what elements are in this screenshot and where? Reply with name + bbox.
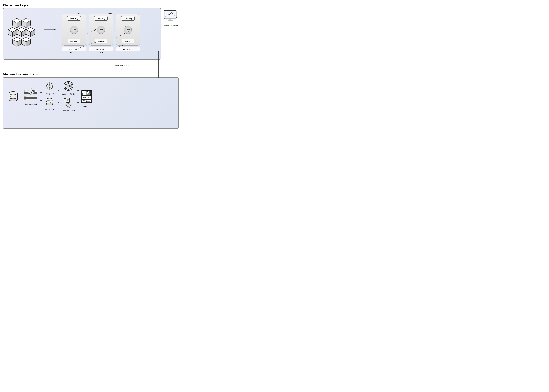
private-key-1: Private Key [62,47,86,51]
svg-point-99 [67,85,70,87]
svg-rect-67 [26,98,26,98]
data-balancing-item: Data Balancing [24,88,37,105]
data-balancing-label: Data Balancing [25,103,37,105]
svg-text:$: $ [49,100,50,101]
sign-label-2: Sign [100,52,103,53]
block-card-2: Public Key ↓ Hash ↓ Signature [89,14,113,46]
svg-rect-66 [26,96,26,97]
svg-point-35 [9,98,17,101]
transaction-down-arrow: ↓ [120,67,122,71]
transaction-pattern-label: Transaction pattern [114,64,129,67]
svg-line-122 [65,105,68,106]
deployed-model-label: Deployed Model [62,93,75,95]
hash-circle-3: Hash [124,26,132,34]
arrow-learning-to-train: → [76,99,79,104]
svg-rect-63 [24,96,25,97]
svg-rect-68 [26,99,26,100]
svg-rect-43 [24,93,25,93]
train-model-label: Train Model [82,105,91,107]
signature-2: Signature [95,39,107,43]
signature-1: Signature [68,39,80,43]
svg-text:✦: ✦ [49,86,50,87]
svg-rect-52 [30,89,31,90]
svg-rect-54 [28,91,29,92]
svg-text:$: $ [49,102,50,104]
hash-circle-2: Hash [97,26,105,34]
arrow-to-training: → [39,99,42,102]
arrow-down-2: ↓ [73,35,75,38]
private-keys-row: Private Key Private Key Private Key [62,47,140,51]
svg-rect-129 [84,92,84,95]
train-model-icon [80,90,93,104]
svg-point-135 [83,100,84,101]
svg-rect-29 [168,20,173,21]
model-items: Deployed Model [62,81,75,112]
learning-model-item: Learning Model [62,98,75,112]
blockchain-icon [6,15,40,52]
main-wrapper: Blockchain Layer [3,3,178,129]
arrow-training-to-learning: → [57,99,60,104]
ml-layer: Dataset Dataset → [3,77,178,129]
testing-data-icon: ✦ [44,82,55,91]
svg-rect-55 [33,91,33,92]
svg-rect-71 [49,83,50,84]
arrows-to-model: → → [57,89,60,104]
blocks-row: Public Key ↓ Hash ↓ Signature Public Key… [62,14,140,46]
cube-grid [8,15,38,52]
public-key-1: Public Key [67,16,81,21]
svg-point-136 [84,100,85,101]
model-prediction-label: Model Prediction [164,25,178,27]
svg-rect-128 [82,93,83,95]
svg-point-137 [86,100,87,101]
svg-rect-47 [34,90,35,91]
svg-rect-48 [34,91,35,92]
dataset-icon: Dataset [8,90,18,102]
arrow-to-testing: → [39,91,42,94]
svg-text:$: $ [48,100,49,101]
hash-circle-1: Hash [70,26,78,34]
svg-rect-53 [30,94,31,95]
learning-model-label: Learning Model [62,110,75,112]
arrows-final: → → [76,89,79,104]
sign-labels: Sign Sign [44,52,158,54]
svg-rect-130 [85,92,85,95]
svg-line-123 [68,105,71,106]
deployed-model-icon [62,81,74,91]
arrow-dataset-to-balancing: → [20,93,23,99]
arrow-down-3: ↓ [100,22,102,25]
svg-rect-73 [46,86,47,86]
testing-data-item: ✦ Testing Data [44,82,55,95]
transition-area: Transaction pattern ↓ [3,64,178,71]
ml-content: Dataset Dataset → [8,81,174,112]
dataset-item: Dataset Dataset [8,90,18,102]
svg-rect-125 [67,107,70,108]
svg-rect-42 [24,91,25,92]
svg-line-104 [65,83,66,84]
svg-rect-64 [24,98,25,98]
arrow-down-5: ↓ [127,22,129,25]
arrow-testing-to-deployed: → [57,89,60,95]
svg-line-105 [71,88,71,89]
signature-3: Signature [122,39,134,43]
svg-rect-41 [24,90,25,91]
svg-line-107 [65,88,66,89]
split-arrows: → → [39,91,42,102]
svg-rect-72 [49,89,50,90]
transaction-pattern-area: Transaction pattern ↓ [106,64,136,71]
svg-text:$: $ [50,100,51,101]
sign-label-1: Sign [70,52,73,53]
arrow-down-4: ↓ [100,35,102,38]
svg-point-30 [176,17,177,18]
arrow-down-6: ↓ [127,35,129,38]
deployed-model-item: Deployed Model [62,81,75,95]
svg-text:$: $ [50,102,51,104]
learning-model-icon [62,98,74,108]
public-key-3: Public Key [121,16,135,21]
svg-rect-65 [24,99,25,100]
private-key-2: Private Key [89,47,113,51]
svg-point-89 [46,103,53,105]
svg-line-106 [71,83,71,84]
blockchain-layer: verify verify Public Key ↓ Hash ↓ Signat… [3,8,161,60]
arrow-down-1: ↓ [73,22,75,25]
blockchain-row: verify verify Public Key ↓ Hash ↓ Signat… [3,8,178,64]
